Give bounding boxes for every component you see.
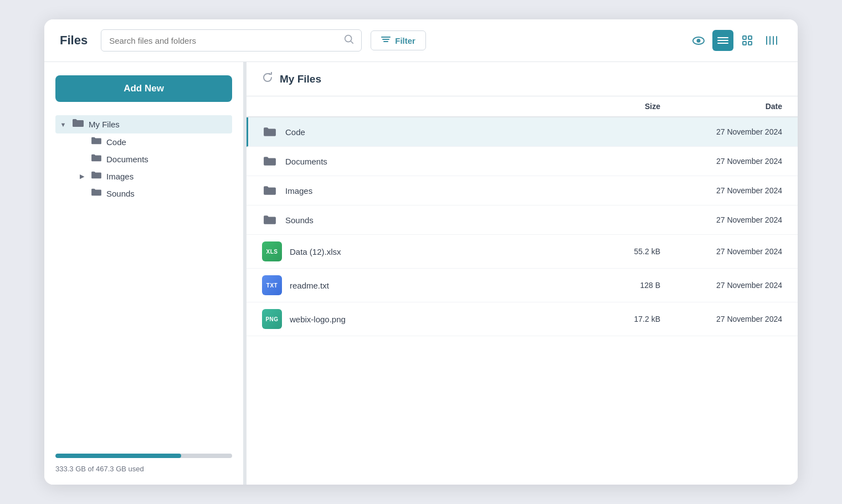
filter-button[interactable]: Filter (371, 30, 426, 50)
folder-icon (72, 118, 84, 131)
file-date: 27 November 2024 (660, 127, 782, 136)
search-icon (344, 34, 353, 47)
tree-children: Code Documents ▶ (55, 133, 232, 202)
preview-button[interactable] (688, 30, 709, 51)
table-row[interactable]: Sounds 27 November 2024 (247, 205, 798, 235)
main-title: My Files (280, 73, 321, 85)
search-box[interactable] (101, 29, 362, 52)
file-size: 17.2 kB (572, 315, 660, 323)
table-header: Size Date (247, 96, 798, 117)
tree-item-code[interactable]: Code (75, 133, 232, 151)
chevron-down-icon: ▼ (59, 121, 68, 128)
table-row[interactable]: Documents 27 November 2024 (247, 147, 798, 176)
svg-rect-12 (743, 42, 746, 45)
storage-section: 333.3 GB of 467.3 GB used (55, 443, 232, 474)
sidebar: Add New ▼ My Files (44, 62, 244, 485)
chevron-right-icon: ▶ (78, 173, 86, 180)
file-name-cell: XLS Data (12).xlsx (262, 241, 572, 261)
table-row[interactable]: TXT readme.txt 128 B 27 November 2024 (247, 269, 798, 302)
file-name: Documents (285, 157, 327, 166)
refresh-icon[interactable] (262, 72, 273, 86)
chevron-placeholder (78, 156, 86, 163)
file-date: 27 November 2024 (660, 157, 782, 166)
svg-point-6 (697, 39, 700, 42)
tree-item-myfiles[interactable]: ▼ My Files (55, 115, 232, 133)
file-name: Sounds (285, 215, 314, 225)
folder-icon (91, 136, 102, 148)
folder-icon (262, 153, 278, 169)
filter-icon (381, 35, 391, 45)
page-title: Files (60, 33, 88, 48)
body: Add New ▼ My Files (44, 62, 798, 485)
col-header-date: Date (660, 102, 782, 111)
file-name-cell: TXT readme.txt (262, 275, 572, 295)
col-header-size: Size (572, 102, 660, 111)
file-date: 27 November 2024 (660, 186, 782, 195)
tree-item-documents-label: Documents (106, 155, 148, 164)
file-name-cell: Sounds (262, 212, 572, 228)
col-header-name (262, 102, 572, 111)
svg-line-1 (351, 42, 353, 43)
tree-item-images[interactable]: ▶ Images (75, 168, 232, 185)
tree-item-sounds-label: Sounds (106, 189, 135, 198)
table-row[interactable]: Code 27 November 2024 (247, 117, 798, 147)
columns-view-button[interactable] (761, 30, 782, 51)
file-name: webix-logo.png (290, 315, 346, 324)
folder-icon (91, 171, 102, 182)
folder-icon (262, 124, 278, 140)
header: Files Filter (44, 19, 798, 62)
table-row[interactable]: XLS Data (12).xlsx 55.2 kB 27 November 2… (247, 235, 798, 269)
filter-label: Filter (395, 36, 415, 45)
tree-item-myfiles-label: My Files (89, 120, 120, 129)
tree-item-sounds[interactable]: Sounds (75, 185, 232, 202)
file-badge-txt: TXT (262, 275, 282, 295)
svg-rect-11 (748, 36, 752, 39)
table-row[interactable]: Images 27 November 2024 (247, 176, 798, 205)
add-new-button[interactable]: Add New (55, 75, 232, 102)
view-controls (688, 30, 782, 51)
tree-item-images-label: Images (106, 172, 134, 181)
tree-item-code-label: Code (106, 137, 126, 147)
app-container: Files Filter (44, 19, 798, 485)
file-size: 55.2 kB (572, 247, 660, 256)
storage-label: 333.3 GB of 467.3 GB used (55, 465, 144, 473)
file-name: Data (12).xlsx (290, 247, 341, 256)
file-name: readme.txt (290, 281, 329, 290)
file-name-cell: Code (262, 124, 572, 140)
table-row[interactable]: PNG webix-logo.png 17.2 kB 27 November 2… (247, 302, 798, 336)
chevron-placeholder (78, 139, 86, 146)
search-input[interactable] (109, 36, 338, 45)
folder-icon (262, 212, 278, 228)
file-name: Code (285, 127, 305, 137)
file-size: 128 B (572, 281, 660, 290)
svg-rect-13 (748, 42, 752, 45)
folder-icon (262, 183, 278, 198)
file-name: Images (285, 186, 312, 196)
file-date: 27 November 2024 (660, 281, 782, 290)
main-header: My Files (247, 62, 798, 96)
storage-bar-background (55, 454, 232, 458)
main-content: My Files Size Date Co (247, 62, 798, 485)
file-tree: ▼ My Files (55, 115, 232, 443)
file-badge-xls: XLS (262, 241, 282, 261)
file-badge-png: PNG (262, 309, 282, 329)
file-date: 27 November 2024 (660, 215, 782, 224)
svg-rect-10 (743, 36, 746, 39)
list-view-button[interactable] (712, 30, 733, 51)
storage-bar-fill (55, 454, 181, 458)
chevron-placeholder (78, 191, 86, 197)
file-table: Size Date Code 27 November 2024 (247, 96, 798, 485)
file-name-cell: Documents (262, 153, 572, 169)
svg-point-0 (345, 35, 352, 42)
file-name-cell: Images (262, 183, 572, 198)
folder-icon (91, 188, 102, 199)
grid-view-button[interactable] (737, 30, 758, 51)
file-date: 27 November 2024 (660, 315, 782, 323)
folder-icon (91, 153, 102, 165)
tree-item-documents[interactable]: Documents (75, 151, 232, 168)
file-date: 27 November 2024 (660, 247, 782, 256)
file-name-cell: PNG webix-logo.png (262, 309, 572, 329)
